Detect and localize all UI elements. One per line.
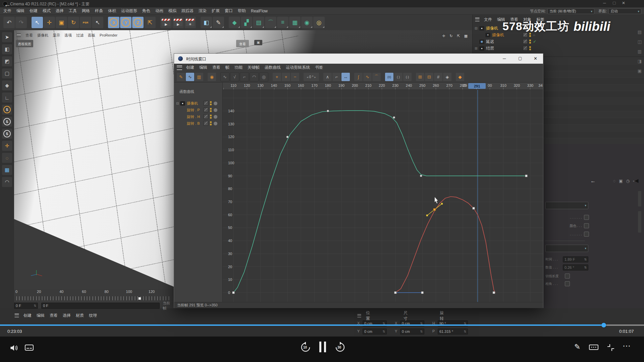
keyframe-square[interactable] <box>493 292 495 294</box>
panel-tab-icon-1[interactable]: ◫ <box>636 39 644 44</box>
main-timeline-ruler[interactable]: 020406080100120 <box>14 289 174 302</box>
show-step-curves-button[interactable]: ⌐ <box>240 72 249 81</box>
key-dots-icon[interactable] <box>210 101 212 105</box>
menu-item-main-18[interactable]: RealFlow <box>251 9 268 13</box>
snap-keys-button[interactable]: # <box>434 73 442 81</box>
add-keyframe-value-button[interactable]: + <box>282 73 290 81</box>
close-icon[interactable]: ✕ <box>622 1 625 5</box>
menu-item-main-7[interactable]: 样条 <box>95 8 103 14</box>
ease-in-button[interactable]: ∿ <box>363 73 372 81</box>
viewport-menu-1[interactable]: 摄像机 <box>37 33 48 38</box>
layer-dots-icon[interactable] <box>529 40 531 44</box>
axis-x-button[interactable]: X <box>108 17 119 28</box>
checkbox[interactable] <box>584 215 589 220</box>
fcurve-track-row-0[interactable]: ⊟●摄像机 <box>174 100 223 107</box>
lock-icon[interactable]: ▣ <box>619 179 623 183</box>
zero-angle-button[interactable]: (0) <box>385 73 393 81</box>
scale-tool-button[interactable]: ▣ <box>56 17 67 28</box>
hamburger-icon[interactable] <box>15 313 19 317</box>
viewport-menu-5[interactable]: 面板 <box>88 33 95 38</box>
viewport-menu-6[interactable]: ProRender <box>100 33 117 37</box>
main-ruler-marker[interactable] <box>138 297 141 300</box>
node-space-select[interactable]: 当前 (标准/物理)▾ <box>547 8 594 14</box>
add-spline-button[interactable]: ✎ <box>213 17 224 28</box>
grid-snap-button[interactable]: ▦ <box>2 165 12 175</box>
viewport-menu-0[interactable]: 查看 <box>25 33 33 38</box>
curve-visibility-icon[interactable] <box>204 114 208 119</box>
menu-item-material-5[interactable]: 纹理 <box>89 313 97 318</box>
expand-toggle-icon[interactable]: ⊞ <box>475 47 479 50</box>
visibility-toggle-icon[interactable] <box>523 39 528 44</box>
menu-item-main-15[interactable]: 扩展 <box>212 8 220 14</box>
hamburger-icon[interactable] <box>177 65 182 70</box>
key-dots-icon[interactable] <box>210 121 212 125</box>
snap-tool-3-button[interactable]: S <box>2 129 12 139</box>
history-icon[interactable]: ◷ <box>626 179 629 183</box>
edges-mode-button[interactable]: ∟ <box>2 93 12 103</box>
add-keyframe-button[interactable]: + <box>273 73 281 81</box>
spinner-right-icon[interactable]: ▸ <box>314 75 316 79</box>
show-clamp-curves-button[interactable]: ◠ <box>250 72 259 81</box>
menu-item-timeline-1[interactable]: 编辑 <box>199 65 207 70</box>
fcurve-editor[interactable]: 0102030405060708090100110120130140 <box>223 90 543 302</box>
search-icon[interactable]: ◌ <box>613 179 615 183</box>
hamburger-icon[interactable] <box>357 314 361 317</box>
curve-visibility-icon[interactable] <box>204 108 208 112</box>
menu-item-material-4[interactable]: 材质 <box>76 313 84 318</box>
panel-collapse-arrow-icon[interactable]: ◀ <box>635 178 639 184</box>
key-dots-icon[interactable] <box>210 108 212 112</box>
solo-circle-icon[interactable] <box>214 108 217 112</box>
render-settings-button[interactable]: ✳ <box>184 17 196 28</box>
keyframe-square[interactable] <box>394 292 396 294</box>
last-tool-button[interactable]: ↖ <box>92 17 103 28</box>
menu-item-main-2[interactable]: 创建 <box>30 8 38 14</box>
menu-item-main-9[interactable]: 运动图形 <box>121 8 137 14</box>
ease-ease-button[interactable]: ʃ <box>354 73 363 81</box>
pointer-tool-button[interactable]: ➤ <box>2 32 12 42</box>
add-array-button[interactable]: ▞ <box>241 17 252 28</box>
add-symmetry-button[interactable]: ≡ <box>277 17 288 28</box>
volume-button[interactable] <box>9 343 19 354</box>
key-mode-button[interactable]: ✎ <box>177 73 185 81</box>
ease-out-button[interactable]: ⌒ <box>372 73 381 81</box>
redo-button[interactable]: ↷ <box>15 17 27 28</box>
keyframe-dot[interactable] <box>393 116 395 118</box>
show-all-curves-button[interactable]: ∿ <box>220 72 229 81</box>
frame-spinner[interactable]: 0 F⇅ <box>14 303 38 309</box>
menu-item-material-3[interactable]: 选择 <box>63 313 71 318</box>
fcurve-track-row-3[interactable]: 旋转 . B <box>174 120 223 127</box>
axis-y-button[interactable]: Y <box>120 17 131 28</box>
panel-tab-icon-4[interactable]: ▣ <box>636 68 644 73</box>
psr-tool-button[interactable]: PSR <box>80 17 91 28</box>
render-view-button[interactable]: ▶ <box>160 17 172 28</box>
spinner-arrows-icon[interactable]: ⇅ <box>382 330 385 333</box>
menu-item-timeline-0[interactable]: 创建 <box>186 65 194 70</box>
interface-select[interactable]: 启动▾ <box>608 8 641 14</box>
menu-item-material-1[interactable]: 编辑 <box>37 313 45 318</box>
back-arrow-icon[interactable]: ← <box>590 178 596 184</box>
delete-keyframe-button[interactable]: − <box>291 73 299 81</box>
panel-tab-icon-2[interactable]: ▥ <box>636 49 644 54</box>
keyframe-square[interactable] <box>525 175 527 177</box>
menu-item-main-1[interactable]: 编辑 <box>16 8 24 14</box>
add-extrude-button[interactable]: ▤ <box>253 17 264 28</box>
show-reference-curves-button[interactable]: ◎ <box>259 72 268 81</box>
curve-visibility-icon[interactable] <box>204 101 208 106</box>
layer-dots-icon[interactable] <box>529 46 531 50</box>
solo-circle-icon[interactable] <box>214 115 217 119</box>
coord-value-size-y[interactable]: 0 cm⇅ <box>400 328 424 335</box>
points-mode-button[interactable]: ◆ <box>2 80 12 90</box>
menu-item-main-10[interactable]: 角色 <box>142 8 150 14</box>
spinner-left-icon[interactable]: ◂ <box>307 75 308 79</box>
keyframe-square[interactable] <box>232 292 235 294</box>
hamburger-icon[interactable] <box>475 17 480 21</box>
rewind-10-button[interactable]: 10 <box>300 342 311 353</box>
am-dropdown-1[interactable]: ▾ <box>545 202 588 209</box>
exit-fullscreen-button[interactable] <box>606 343 615 353</box>
menu-item-timeline-5[interactable]: 关键帧 <box>248 65 260 70</box>
auto-key-button[interactable]: ◉ <box>208 73 216 81</box>
tangent-handle-point[interactable] <box>426 215 428 216</box>
player-back-button[interactable]: ← <box>4 1 11 8</box>
expand-toggle-icon[interactable]: ⊟ <box>176 102 180 105</box>
subtitles-button[interactable] <box>25 345 34 353</box>
